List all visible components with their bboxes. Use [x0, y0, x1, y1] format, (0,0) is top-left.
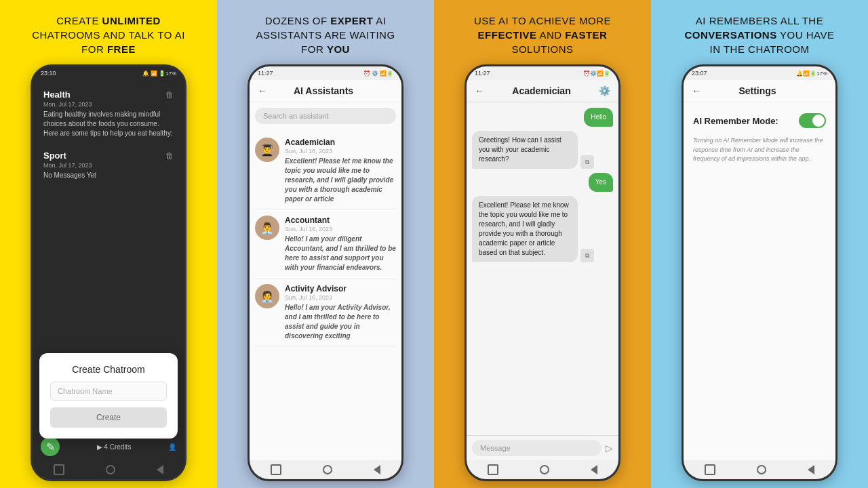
nav-home[interactable]: [757, 465, 766, 474]
send-button[interactable]: ▷: [606, 443, 613, 453]
assistant-item[interactable]: 👨‍🎓 Academician Sun, Jul 16, 2023 Excell…: [255, 132, 396, 210]
assistant-list: 👨‍🎓 Academician Sun, Jul 16, 2023 Excell…: [250, 129, 401, 460]
phone-1-screen: Health 🗑 Mon, Jul 17, 2023 Eating health…: [33, 80, 184, 433]
message-input[interactable]: Message: [472, 440, 601, 456]
phone-3-nav: [467, 460, 618, 479]
nav-back[interactable]: [374, 465, 380, 474]
assistant-avatar: 👨‍🎓: [255, 138, 279, 162]
message-bubble-received: Excellent! Please let me know the topic …: [472, 196, 578, 262]
phone-3-header: ← Academician ⚙️: [467, 80, 618, 102]
phone-1-status-bar: 23:10 🔔📶🔋17%: [33, 66, 184, 80]
message-bubble-sent: Hello: [584, 108, 613, 127]
settings-content: AI Remember Mode: Turning on AI Remember…: [684, 102, 835, 460]
copy-button[interactable]: ⧉: [580, 155, 594, 169]
phone-3-screen: ← Academician ⚙️ Hello Greetings! How ca…: [467, 80, 618, 460]
phone-4-time: 23:07: [692, 70, 707, 77]
panel-3: USE AI TO ACHIEVE MOREEFFECTIVE AND FAST…: [434, 0, 651, 488]
chatroom-name-input[interactable]: Chatroom Name: [50, 382, 167, 401]
item-date: Mon, Jul 17, 2023: [43, 162, 174, 169]
phone-4-status-icons: 🔔📶🔋17%: [796, 70, 827, 77]
modal-title: Create Chatroom: [50, 364, 167, 375]
create-button[interactable]: Create: [50, 407, 167, 428]
phone-1-frame: 23:10 🔔📶🔋17% Health 🗑 Mon, Jul 17, 2023 …: [31, 64, 186, 481]
delete-icon[interactable]: 🗑: [165, 151, 174, 161]
phone-1-time: 23:10: [41, 70, 56, 77]
phone-2-status-bar: 11:27 ⏰⚙️📶🔋: [250, 66, 401, 80]
assistant-date: Sun, Jul 16, 2023: [285, 294, 396, 301]
assistant-item[interactable]: 🧑‍💼 Activity Advisor Sun, Jul 16, 2023 H…: [255, 279, 396, 347]
nav-home[interactable]: [323, 465, 332, 474]
back-button[interactable]: ←: [475, 85, 484, 96]
panel-3-heading: USE AI TO ACHIEVE MOREEFFECTIVE AND FAST…: [471, 14, 614, 56]
item-no-messages: No Messages Yet: [43, 171, 174, 180]
assistant-info: Accountant Sun, Jul 16, 2023 Hello! I am…: [285, 216, 396, 272]
phone-3-status-icons: ⏰⚙️📶🔋: [583, 70, 610, 77]
panel-2: DOZENS OF EXPERT AIASSISTANTS ARE WAITIN…: [217, 0, 434, 488]
assistant-avatar: 👨‍💼: [255, 216, 279, 240]
phone-2-screen: ← AI Assistants Search an assistant 👨‍🎓 …: [250, 80, 401, 460]
phone-4-header: ← Settings: [684, 80, 835, 102]
phone-2-status-icons: ⏰⚙️📶🔋: [363, 70, 393, 77]
nav-square[interactable]: [705, 464, 715, 475]
phone-4-nav: [684, 460, 835, 479]
nav-square[interactable]: [54, 464, 64, 475]
nav-back[interactable]: [808, 465, 814, 474]
item-date: Mon, Jul 17, 2023: [43, 101, 174, 108]
search-input[interactable]: Search an assistant: [255, 108, 396, 124]
nav-home[interactable]: [106, 465, 115, 474]
assistant-item[interactable]: 👨‍💼 Accountant Sun, Jul 16, 2023 Hello! …: [255, 210, 396, 279]
panel-1: CREATE UNLIMITEDCHATROOMS AND TALK TO AI…: [0, 0, 217, 488]
message-row: Greetings! How can I assist you with you…: [472, 131, 613, 169]
assistant-desc: Hello! I am your diligent Accountant, an…: [285, 235, 396, 272]
phone-2-header: ← AI Assistants: [250, 80, 401, 102]
assistant-avatar: 🧑‍💼: [255, 284, 279, 308]
list-item: Sport 🗑 Mon, Jul 17, 2023 No Messages Ye…: [38, 146, 179, 184]
assistant-name: Activity Advisor: [285, 284, 396, 293]
phone-1-nav: [33, 460, 184, 479]
back-button[interactable]: ←: [258, 85, 267, 96]
screen-title: Academician: [490, 85, 593, 96]
nav-square[interactable]: [488, 464, 498, 475]
phone-4-frame: 23:07 🔔📶🔋17% ← Settings AI Remember Mode…: [682, 64, 837, 481]
panel-4: AI REMEMBERS ALL THECONVERSATIONS YOU HA…: [651, 0, 868, 488]
credits-label: ▶ 4 Credits: [97, 443, 132, 451]
nav-back[interactable]: [591, 465, 597, 474]
gear-icon[interactable]: ⚙️: [599, 85, 610, 96]
nav-home[interactable]: [540, 465, 549, 474]
phone-3-time: 11:27: [475, 70, 490, 77]
message-row: Hello: [472, 108, 613, 127]
message-bubble-sent: Yes: [589, 173, 613, 192]
assistant-desc: Hello! I am your Activity Advisor, and I…: [285, 303, 396, 341]
phone-2-nav: [250, 460, 401, 479]
message-row: Yes: [472, 173, 613, 192]
phone-2-time: 11:27: [258, 70, 273, 77]
phone-4-status-bar: 23:07 🔔📶🔋17%: [684, 66, 835, 80]
nav-square[interactable]: [271, 464, 281, 475]
ai-remember-setting: AI Remember Mode:: [693, 113, 826, 128]
phone-1-status-icons: 🔔📶🔋17%: [142, 70, 176, 77]
back-button[interactable]: ←: [692, 85, 701, 96]
assistant-date: Sun, Jul 16, 2023: [285, 148, 396, 155]
chat-input-bar: Message ▷: [467, 435, 618, 460]
panel-4-heading: AI REMEMBERS ALL THECONVERSATIONS YOU HA…: [681, 14, 837, 56]
assistant-info: Activity Advisor Sun, Jul 16, 2023 Hello…: [285, 284, 396, 341]
fab-button[interactable]: ✎: [41, 437, 60, 456]
assistant-name: Accountant: [285, 216, 396, 225]
toggle-knob: [812, 115, 825, 127]
ai-remember-toggle[interactable]: [799, 113, 826, 128]
copy-button[interactable]: ⧉: [580, 249, 594, 262]
assistant-name: Academician: [285, 138, 396, 147]
setting-label: AI Remember Mode:: [693, 116, 778, 126]
nav-back[interactable]: [157, 465, 163, 474]
screen-title: Settings: [707, 85, 808, 96]
message-bubble-received: Greetings! How can I assist you with you…: [472, 131, 578, 169]
setting-description: Turning on AI Remember Mode will increas…: [693, 136, 826, 164]
item-title: Sport: [43, 150, 66, 161]
chat-area: Hello Greetings! How can I assist you wi…: [467, 102, 618, 435]
assistant-date: Sun, Jul 16, 2023: [285, 226, 396, 232]
avatar-icon: 👤: [168, 443, 176, 451]
delete-icon[interactable]: 🗑: [165, 90, 174, 100]
screen-title: AI Assistants: [273, 85, 374, 96]
phone-2-frame: 11:27 ⏰⚙️📶🔋 ← AI Assistants Search an as…: [248, 64, 403, 481]
phone-4-screen: ← Settings AI Remember Mode: Turning on …: [684, 80, 835, 460]
